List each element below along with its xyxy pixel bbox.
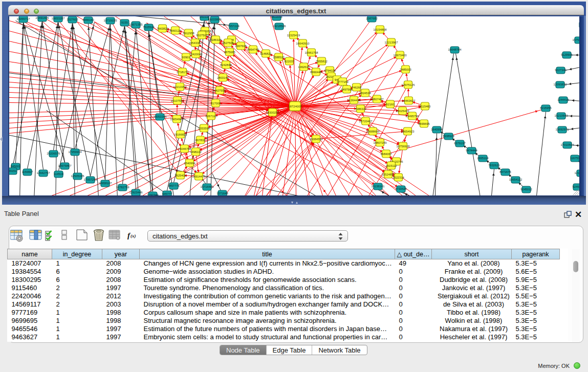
svg-text:16033809: 16033809 [208, 18, 221, 21]
svg-text:1156827: 1156827 [21, 170, 33, 173]
svg-text:1362615: 1362615 [298, 65, 310, 68]
svg-text:2803144: 2803144 [217, 76, 229, 79]
svg-text:12103514: 12103514 [574, 171, 579, 174]
svg-text:1733426: 1733426 [395, 187, 407, 190]
svg-text:19218506: 19218506 [272, 25, 286, 28]
svg-text:21364436: 21364436 [347, 98, 360, 101]
svg-text:114519: 114519 [54, 172, 63, 176]
svg-text:39151: 39151 [9, 169, 17, 172]
svg-text:13495796: 13495796 [405, 114, 419, 117]
svg-text:10154808: 10154808 [373, 28, 386, 31]
svg-text:3912958: 3912958 [183, 31, 194, 34]
svg-text:16210643: 16210643 [554, 114, 568, 117]
svg-text:10807487: 10807487 [370, 97, 383, 100]
svg-text:12213352: 12213352 [173, 85, 186, 88]
svg-text:1522314: 1522314 [393, 176, 404, 179]
svg-text:12505195: 12505195 [71, 174, 84, 178]
svg-text:2087682: 2087682 [366, 17, 378, 20]
svg-text:1640994: 1640994 [431, 128, 443, 131]
svg-text:10653287: 10653287 [51, 17, 64, 20]
svg-text:10756928: 10756928 [396, 144, 409, 147]
svg-text:7357224: 7357224 [228, 25, 239, 28]
svg-text:8938923: 8938923 [443, 135, 454, 138]
svg-text:8215955: 8215955 [540, 106, 552, 110]
svg-text:9129906: 9129906 [561, 53, 573, 56]
svg-text:6794028: 6794028 [324, 69, 336, 72]
svg-text:12942757: 12942757 [36, 171, 50, 174]
svg-text:12923446: 12923446 [129, 191, 142, 194]
svg-text:62160: 62160 [386, 102, 394, 105]
svg-text:22420046: 22420046 [189, 52, 202, 55]
svg-text:18724007: 18724007 [288, 104, 302, 107]
svg-text:93901: 93901 [182, 55, 190, 58]
svg-text:746266: 746266 [351, 85, 361, 89]
svg-text:817006: 817006 [210, 101, 220, 104]
svg-text:16640910: 16640910 [296, 41, 309, 45]
svg-text:116753: 116753 [570, 157, 579, 160]
svg-text:7625402: 7625402 [175, 173, 186, 177]
svg-text:2718170: 2718170 [177, 70, 188, 73]
svg-text:7632621: 7632621 [488, 164, 500, 167]
svg-text:8427552: 8427552 [214, 89, 226, 92]
svg-text:21691406: 21691406 [35, 16, 49, 19]
svg-text:9457771: 9457771 [168, 184, 180, 187]
svg-text:17010504: 17010504 [560, 143, 574, 146]
svg-text:14136141: 14136141 [371, 185, 384, 188]
svg-text:16648784: 16648784 [448, 48, 462, 51]
svg-text:9527505: 9527505 [222, 41, 234, 44]
svg-text:1824534: 1824534 [359, 91, 371, 94]
svg-text:10463627: 10463627 [402, 99, 415, 102]
svg-text:7386322: 7386322 [355, 107, 366, 110]
svg-text:8186328: 8186328 [210, 38, 222, 41]
svg-text:867832: 867832 [195, 138, 205, 141]
svg-text:10543382: 10543382 [188, 41, 202, 44]
svg-text:9474444: 9474444 [466, 149, 477, 152]
svg-text:3875685: 3875685 [224, 50, 235, 53]
svg-text:9777169: 9777169 [337, 80, 349, 83]
svg-text:9245012: 9245012 [520, 188, 532, 191]
svg-text:9327503: 9327503 [196, 33, 208, 36]
svg-text:8990448: 8990448 [310, 70, 322, 73]
svg-text:8813054: 8813054 [271, 16, 282, 18]
svg-text:7485003: 7485003 [400, 68, 411, 71]
svg-text:1527602: 1527602 [67, 18, 78, 21]
svg-text:7663822: 7663822 [157, 27, 168, 30]
svg-text:1292344: 1292344 [147, 193, 159, 195]
svg-text:8699695: 8699695 [418, 122, 430, 125]
svg-text:9115460: 9115460 [419, 104, 430, 107]
svg-text:17359934: 17359934 [68, 150, 82, 154]
svg-text:9155: 9155 [121, 21, 128, 24]
svg-text:9146821: 9146821 [260, 52, 272, 55]
svg-text:10671355: 10671355 [129, 23, 142, 26]
svg-text:8267110: 8267110 [205, 114, 216, 117]
svg-text:10719155: 10719155 [103, 19, 117, 22]
svg-text:16914479: 16914479 [192, 174, 205, 178]
svg-text:6379197: 6379197 [454, 142, 466, 145]
svg-text:822037: 822037 [284, 59, 294, 62]
svg-text:11325419: 11325419 [287, 33, 299, 36]
svg-text:7955812: 7955812 [316, 59, 328, 62]
svg-text:15692971: 15692971 [555, 128, 569, 131]
svg-text:12213967: 12213967 [384, 40, 398, 43]
svg-text:14055717: 14055717 [16, 17, 30, 20]
svg-text:17957253: 17957253 [83, 178, 97, 181]
svg-text:10975867: 10975867 [58, 164, 71, 167]
svg-text:15720407: 15720407 [359, 119, 372, 122]
svg-text:924502: 924502 [572, 185, 579, 188]
svg-text:1540994: 1540994 [184, 161, 195, 164]
svg-text:6497568: 6497568 [341, 87, 353, 91]
svg-text:16782759: 16782759 [116, 186, 129, 189]
svg-text:10107553: 10107553 [170, 99, 184, 102]
svg-text:12975125: 12975125 [401, 83, 415, 86]
svg-text:15751074: 15751074 [572, 38, 579, 41]
svg-text:8471676: 8471676 [499, 170, 511, 173]
svg-text:8242848: 8242848 [220, 63, 232, 66]
svg-text:945777: 945777 [162, 192, 171, 195]
svg-text:19654923: 19654923 [401, 129, 414, 133]
svg-text:8660124: 8660124 [169, 29, 181, 32]
svg-text:1588520: 1588520 [273, 55, 285, 58]
svg-text:15716485: 15716485 [200, 185, 213, 188]
svg-text:2367608: 2367608 [235, 44, 247, 47]
svg-text:10688609: 10688609 [366, 129, 379, 133]
svg-text:1353594: 1353594 [198, 126, 210, 129]
